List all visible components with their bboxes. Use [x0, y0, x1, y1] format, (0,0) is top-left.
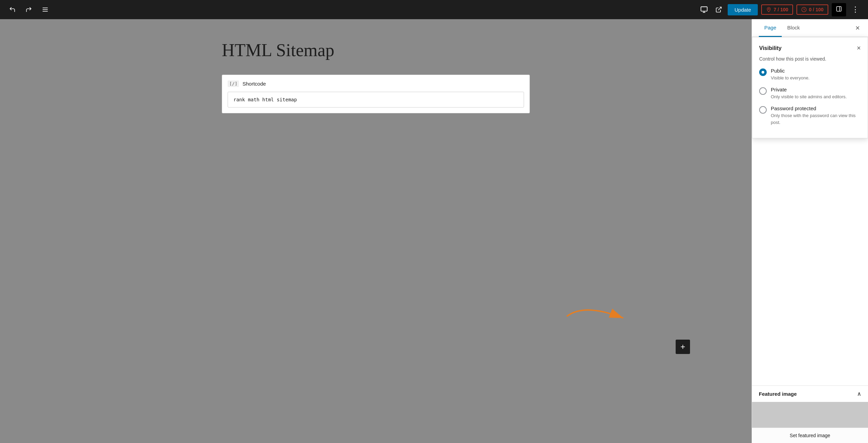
- radio-public-icon: [759, 68, 767, 76]
- popup-title: Visibility: [759, 45, 782, 51]
- featured-image-label: Featured image: [759, 391, 797, 397]
- shortcode-header: [/] Shortcode: [228, 80, 524, 87]
- featured-image-section: Featured image ∧ Set featured image: [752, 385, 868, 443]
- right-sidebar: Page Block × Summary ∧ Visibility Public…: [752, 19, 868, 443]
- tab-block[interactable]: Block: [782, 19, 805, 37]
- main-layout: HTML Sitemap [/] Shortcode +: [0, 19, 868, 443]
- external-link-button[interactable]: [713, 4, 724, 15]
- top-bar-right: Update 7 / 100 0 / 100 ⋮: [698, 3, 861, 16]
- shortcode-icon: [/]: [228, 80, 239, 87]
- tools-button[interactable]: [40, 4, 51, 15]
- popup-description: Control how this post is viewed.: [759, 56, 861, 62]
- radio-public-text: Public Visible to everyone.: [771, 68, 861, 81]
- sidebar-toggle-button[interactable]: [832, 3, 846, 16]
- radio-password-desc: Only those with the password can view th…: [771, 113, 856, 125]
- radio-private-label: Private: [771, 87, 861, 92]
- radio-private-icon: [759, 87, 767, 95]
- shortcode-block: [/] Shortcode: [222, 75, 530, 113]
- radio-public-desc: Visible to everyone.: [771, 75, 809, 80]
- post-title[interactable]: HTML Sitemap: [222, 40, 530, 61]
- readability-score-button[interactable]: 0 / 100: [796, 4, 828, 15]
- svg-point-7: [768, 8, 769, 9]
- sidebar-tabs: Page Block ×: [752, 19, 868, 37]
- radio-password-label: Password protected: [771, 105, 861, 111]
- undo-button[interactable]: [7, 4, 18, 15]
- svg-line-6: [718, 7, 721, 10]
- editor-area: HTML Sitemap [/] Shortcode +: [0, 19, 752, 443]
- radio-option-private[interactable]: Private Only visible to site admins and …: [759, 87, 861, 100]
- set-featured-image-button[interactable]: Set featured image: [752, 428, 868, 443]
- update-button[interactable]: Update: [728, 4, 758, 15]
- editor-content: HTML Sitemap [/] Shortcode: [222, 40, 530, 422]
- radio-password-icon: [759, 106, 767, 114]
- desktop-view-button[interactable]: [698, 4, 710, 15]
- featured-image-placeholder: Set featured image: [752, 402, 868, 443]
- top-bar-left: [7, 4, 51, 15]
- radio-public-label: Public: [771, 68, 861, 74]
- svg-rect-3: [701, 7, 707, 11]
- svg-rect-9: [837, 7, 841, 11]
- seo-score-button[interactable]: 7 / 100: [761, 4, 793, 15]
- arrow-indicator: [560, 299, 628, 333]
- radio-private-text: Private Only visible to site admins and …: [771, 87, 861, 100]
- popup-close-button[interactable]: ×: [857, 44, 861, 52]
- radio-option-public[interactable]: Public Visible to everyone.: [759, 68, 861, 81]
- tab-page[interactable]: Page: [759, 19, 782, 37]
- more-options-button[interactable]: ⋮: [850, 3, 861, 16]
- featured-image-header[interactable]: Featured image ∧: [752, 386, 868, 402]
- sidebar-close-button[interactable]: ×: [854, 22, 861, 34]
- redo-button[interactable]: [23, 4, 34, 15]
- radio-password-text: Password protected Only those with the p…: [771, 105, 861, 125]
- featured-image-chevron-icon: ∧: [857, 391, 861, 397]
- radio-private-desc: Only visible to site admins and editors.: [771, 94, 847, 99]
- shortcode-label: Shortcode: [242, 81, 266, 87]
- add-block-button[interactable]: +: [676, 340, 690, 354]
- popup-header: Visibility ×: [759, 44, 861, 52]
- shortcode-input[interactable]: [228, 92, 524, 107]
- radio-option-password[interactable]: Password protected Only those with the p…: [759, 105, 861, 125]
- visibility-popup: Visibility × Control how this post is vi…: [752, 37, 868, 138]
- top-bar: Update 7 / 100 0 / 100 ⋮: [0, 0, 868, 19]
